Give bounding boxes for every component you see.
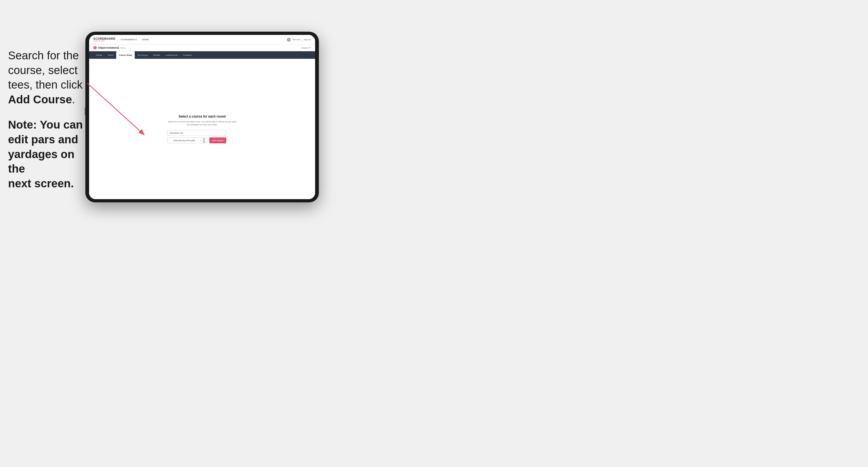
logo-subtitle: Powered by clippd <box>93 40 116 41</box>
tab-details[interactable]: Details <box>93 51 105 59</box>
top-nav-left: SCOREBOARD Powered by clippd TOURNAMENTS… <box>93 38 149 41</box>
sign-out-link[interactable]: Sign out <box>304 39 311 40</box>
annotation-note: Note: You can edit pars and yardages on … <box>8 118 86 191</box>
nav-tournaments[interactable]: TOURNAMENTS <box>120 38 137 41</box>
tournament-title: C Clippd Invitational (Men) <box>93 46 126 50</box>
nav-separator: | <box>302 39 302 40</box>
tab-leaderboards[interactable]: Leaderboards <box>163 51 180 59</box>
tab-teams[interactable]: Teams <box>105 51 116 59</box>
top-nav-right: R Test User | Sign out <box>287 38 311 41</box>
cancel-button[interactable]: Cancel ✕ <box>302 47 311 49</box>
tournament-icon: C <box>93 46 97 50</box>
annotation-area: Search for thecourse, selecttees, then c… <box>8 48 86 191</box>
tee-clear-button[interactable]: ✕ <box>199 139 203 142</box>
top-nav: SCOREBOARD Powered by clippd TOURNAMENTS… <box>89 35 315 44</box>
nav-teams[interactable]: TEAMS <box>142 38 149 41</box>
tablet-screen: SCOREBOARD Powered by clippd TOURNAMENTS… <box>89 35 315 199</box>
tab-printables[interactable]: Printables <box>180 51 194 59</box>
tee-arrow-controls: ▲ ▼ <box>203 138 205 143</box>
tee-arrow-down[interactable]: ▼ <box>203 141 205 143</box>
course-selection-desc: Search for a course and select a tee. Yo… <box>167 121 237 126</box>
logo-area: SCOREBOARD Powered by clippd <box>93 38 116 41</box>
course-selection-title: Select a course for each round <box>167 115 237 118</box>
user-name: Test User <box>292 39 300 40</box>
annotation-text-1: Search for thecourse, selecttees, then c… <box>8 48 86 107</box>
tablet-side-button <box>85 107 86 116</box>
tab-course-setup[interactable]: Course Setup <box>116 51 135 59</box>
user-avatar: R <box>287 38 291 41</box>
tee-value-text: Gold (M) (M) (7010 yds) <box>169 139 199 142</box>
tee-arrow-up[interactable]: ▲ <box>203 138 205 141</box>
tab-nav: Details Teams Course Setup Tee Groups Re… <box>89 51 315 59</box>
tournament-type: (Men) <box>120 47 126 49</box>
course-search-input[interactable] <box>167 130 226 136</box>
tab-results[interactable]: Results <box>151 51 163 59</box>
tournament-bar: C Clippd Invitational (Men) Cancel ✕ <box>89 44 315 51</box>
tee-select-display[interactable]: Gold (M) (M) (7010 yds) ✕ ▲ ▼ <box>167 137 207 143</box>
tablet-device: SCOREBOARD Powered by clippd TOURNAMENTS… <box>85 32 319 203</box>
main-content: Select a course for each round Search fo… <box>89 59 315 199</box>
course-selection-box: Select a course for each round Search fo… <box>167 115 237 143</box>
annotation-bold-text: Add Course <box>8 93 72 106</box>
tee-select-row: Gold (M) (M) (7010 yds) ✕ ▲ ▼ Add Course <box>167 137 226 143</box>
tab-tee-groups[interactable]: Tee Groups <box>135 51 151 59</box>
tournament-name: Clippd Invitational <box>98 46 119 49</box>
add-course-button[interactable]: Add Course <box>209 137 226 143</box>
